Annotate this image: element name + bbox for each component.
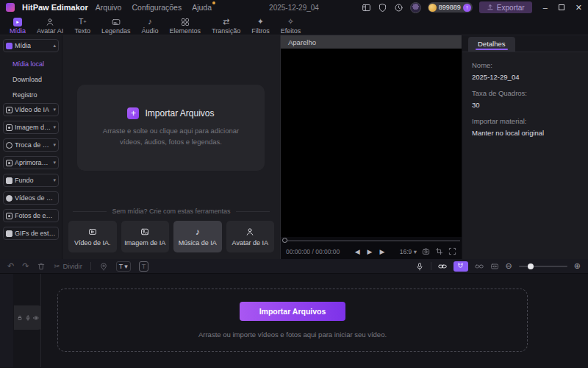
expand-caret-icon: ▾ [53, 124, 56, 130]
menu-ajuda[interactable]: Ajuda [192, 3, 212, 12]
zoom-slider-knob[interactable] [528, 263, 534, 269]
timeline-zoom-slider[interactable] [519, 266, 567, 267]
sidebar: Mídia ▴ Mídia local Download Registro Ví… [0, 35, 62, 259]
sidebar-item-registro[interactable]: Registro [3, 88, 59, 102]
voiceover-mic-icon[interactable] [415, 262, 424, 271]
aspect-ratio-select[interactable]: 16:9 ▾ [400, 248, 417, 255]
sidebar-group-imagem-ia[interactable]: Imagem de IA ▾ [3, 121, 59, 134]
timeline-import-hint: Arraste ou importe vídeos e fotos aqui p… [198, 330, 387, 339]
timeline-left-rail [0, 274, 13, 367]
text-tool-button[interactable]: T ▾ [116, 261, 131, 272]
elements-grid-icon [181, 18, 190, 26]
tab-transicao[interactable]: ⇄ Transição [207, 16, 245, 35]
layout-panel-icon[interactable] [362, 3, 371, 13]
sidebar-group-videos-estoque[interactable]: Vídeos de esto... [3, 191, 59, 205]
feedback-shield-icon[interactable] [378, 3, 387, 13]
ai-video-tool-button[interactable]: Vídeo de IA. [68, 221, 117, 252]
ai-image-tool-button[interactable]: Imagem de IA [121, 221, 170, 252]
tab-elementos[interactable]: Elementos [164, 16, 206, 35]
menu-configuracoes[interactable]: Configurações [132, 3, 182, 12]
sidebar-item-download[interactable]: Download [3, 72, 59, 87]
sidebar-group-fotos-estoque[interactable]: Fotos de estoque [3, 209, 59, 222]
top-up-icon: ↑ [463, 4, 471, 12]
next-frame-button[interactable]: ▶ [379, 248, 384, 255]
sidebar-group-troca-de-rosto[interactable]: Troca de Rost... ▾ [3, 138, 59, 152]
sidebar-group-midia[interactable]: Mídia ▴ [3, 39, 59, 52]
menubar: Arquivo Configurações Ajuda [96, 3, 212, 12]
play-button[interactable]: ▶ [368, 248, 373, 255]
tab-audio[interactable]: ♪ Áudio [136, 16, 163, 35]
expand-caret-icon: ▾ [53, 160, 56, 166]
history-clock-icon[interactable] [394, 3, 404, 13]
marker-pin-icon[interactable] [99, 262, 108, 271]
seek-track [282, 240, 460, 241]
window-controls: – ✕ [543, 3, 582, 13]
sidebar-group-aprimorador[interactable]: Aprimorador ... ▾ [3, 156, 59, 169]
face-swap-icon [6, 142, 12, 149]
undo-button[interactable]: ↶ [7, 262, 14, 270]
magnetic-snap-button[interactable] [453, 261, 468, 272]
ai-music-tool-button[interactable]: ♪ Música de IA [173, 221, 222, 252]
text-icon: T+ [79, 17, 87, 26]
link-clips-icon[interactable] [438, 262, 447, 271]
tab-legendas[interactable]: Legendas [96, 16, 136, 35]
fullscreen-icon[interactable] [448, 247, 456, 255]
tab-filtros[interactable]: ✦ Filtros [246, 16, 275, 35]
tab-efeitos[interactable]: ✧ Efeitos [276, 16, 306, 35]
snapshot-camera-icon[interactable] [422, 247, 430, 255]
tab-detalhes[interactable]: Detalhes [468, 37, 515, 52]
close-button[interactable]: ✕ [576, 3, 582, 13]
credits-badge[interactable]: 899889 ↑ [428, 2, 473, 13]
sidebar-group-video-ia[interactable]: Vídeo de IA ▾ [3, 103, 59, 116]
import-hint: Arraste e solte ou clique aqui para adic… [103, 126, 239, 147]
zoom-in-button[interactable]: ⊕ [574, 261, 581, 271]
import-dropzone[interactable]: + Importar Arquivos Arraste e solte ou c… [77, 85, 265, 171]
timeline-import-zone[interactable]: Importar Arquivos Arraste ou importe víd… [57, 289, 528, 352]
redo-button[interactable]: ↷ [22, 262, 29, 270]
field-label-taxa: Taxa de Quadros: [472, 89, 578, 97]
timeline-area: Importar Arquivos Arraste ou importe víd… [0, 274, 588, 367]
maximize-button[interactable] [559, 4, 564, 10]
fit-timeline-icon[interactable] [490, 262, 499, 271]
ai-avatar-tool-button[interactable]: Avatar de IA [226, 221, 275, 252]
split-button[interactable]: ✂ Dividir [54, 262, 82, 270]
subtitles-icon [112, 18, 121, 26]
time-display: 00:00:00 / 00:00:00 [286, 248, 340, 255]
preview-header: Aparelho [281, 35, 462, 49]
user-avatar[interactable] [410, 2, 421, 13]
app-window: HitPaw Edimakor Arquivo Configurações Aj… [0, 0, 588, 368]
mute-track-icon[interactable] [25, 315, 31, 321]
timeline-import-button[interactable]: Importar Arquivos [240, 302, 346, 321]
lock-track-icon[interactable] [17, 315, 23, 321]
zoom-out-button[interactable]: ⊖ [506, 261, 512, 271]
magnet-icon [456, 262, 465, 270]
delete-trash-icon[interactable] [37, 262, 46, 271]
field-label-importar: Importar material: [472, 117, 578, 125]
crop-icon[interactable] [435, 247, 443, 255]
field-value-taxa: 30 [472, 101, 578, 109]
background-icon [6, 177, 12, 184]
tab-texto[interactable]: T+ Texto [69, 16, 96, 35]
plus-icon: + [127, 107, 139, 119]
tab-avatar-ai[interactable]: Avatar AI [32, 16, 68, 35]
sidebar-group-gifs-estoque[interactable]: GIFs de estoque [3, 227, 59, 240]
seek-bar[interactable] [281, 237, 462, 244]
field-value-nome: 2025-12-29_04 [472, 73, 578, 81]
prev-frame-button[interactable]: ◀ [355, 248, 360, 255]
sidebar-item-midia-local[interactable]: Mídia local [3, 57, 59, 71]
ai-image-tool-icon [140, 227, 149, 236]
app-title: HitPaw Edimakor [22, 3, 88, 12]
hide-track-icon[interactable] [33, 315, 39, 321]
minimize-button[interactable]: – [543, 3, 548, 12]
preview-viewport[interactable] [281, 49, 462, 237]
scissors-icon: ✂ [54, 262, 60, 270]
sidebar-group-fundo[interactable]: Fundo ▾ [3, 174, 59, 187]
upload-icon [487, 4, 494, 11]
ai-video-tool-icon [88, 227, 97, 236]
menu-arquivo[interactable]: Arquivo [96, 3, 122, 12]
tab-midia[interactable]: ▸ Mídia [4, 16, 31, 35]
export-button[interactable]: Exportar [479, 1, 532, 13]
auto-caption-button[interactable]: T [139, 261, 149, 272]
unlink-clips-icon[interactable] [475, 262, 484, 271]
seek-knob[interactable] [282, 238, 287, 243]
